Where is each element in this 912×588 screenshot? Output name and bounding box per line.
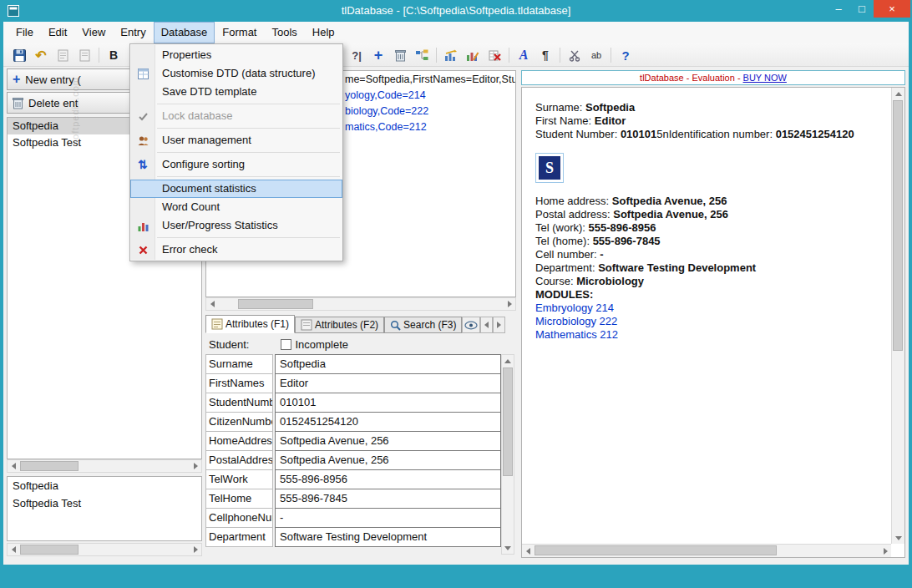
- menu-format[interactable]: Format: [215, 22, 264, 43]
- menu-file[interactable]: File: [8, 22, 41, 43]
- attribute-row: Department Software Testing Development: [205, 527, 501, 547]
- menu-item-customise-dtd[interactable]: Customise DTD (data structure): [130, 64, 342, 83]
- scroll-right-arrow[interactable]: [504, 298, 515, 310]
- scrollbar-thumb[interactable]: [535, 545, 777, 555]
- attribute-row: HomeAddress Softpedia Avenue, 256: [205, 431, 501, 451]
- menu-item-word-count[interactable]: Word Count: [130, 198, 342, 216]
- form-icon: [211, 318, 223, 330]
- formatting-marks-button[interactable]: ¶: [535, 45, 556, 65]
- menu-item-properties[interactable]: Properties: [130, 46, 342, 64]
- menu-help[interactable]: Help: [305, 22, 342, 43]
- attr-value-input[interactable]: Softpedia: [275, 354, 501, 374]
- close-button[interactable]: ×: [874, 0, 910, 18]
- scroll-down-arrow[interactable]: [502, 542, 514, 554]
- undo-button[interactable]: ↶: [30, 45, 52, 65]
- menu-edit[interactable]: Edit: [41, 22, 74, 43]
- buy-now-link[interactable]: BUY NOW: [743, 73, 787, 83]
- tab-attributes-f1[interactable]: Attributes (F1): [205, 315, 295, 333]
- attribute-tabs: Attributes (F1) Attributes (F2) Search (…: [205, 315, 518, 333]
- menu-entry[interactable]: Entry: [113, 22, 153, 43]
- attr-value-input[interactable]: Softpedia Avenue, 256: [275, 450, 501, 470]
- scrollbar-thumb[interactable]: [238, 299, 313, 309]
- attr-value-input[interactable]: Softpedia Avenue, 256: [275, 431, 501, 451]
- incomplete-checkbox[interactable]: [281, 339, 291, 350]
- statistics-button[interactable]: [440, 45, 462, 65]
- module-link[interactable]: Mathematics 212: [535, 328, 888, 342]
- menu-item-error-check[interactable]: Error check: [130, 241, 342, 259]
- maximize-button[interactable]: □: [850, 0, 874, 18]
- attr-value-input[interactable]: 0152451254120: [275, 412, 501, 432]
- menu-item-user-progress-statistics[interactable]: User/Progress Statistics: [130, 216, 342, 235]
- scroll-up-arrow[interactable]: [502, 355, 514, 367]
- attr-value-input[interactable]: 555-896-7845: [275, 489, 501, 509]
- delete-entry-button[interactable]: [389, 45, 411, 65]
- scroll-left-arrow[interactable]: [206, 298, 218, 310]
- scroll-left-arrow[interactable]: [8, 460, 19, 472]
- chart-up-icon: [444, 49, 458, 62]
- module-link[interactable]: Microbiology 222: [535, 315, 888, 328]
- tab-search-f3[interactable]: Search (F3): [384, 317, 462, 333]
- cut-button[interactable]: [564, 45, 585, 65]
- menu-separator: [157, 152, 340, 153]
- help-button[interactable]: ?: [615, 45, 636, 65]
- font-button[interactable]: A: [513, 45, 535, 65]
- spellcheck-button[interactable]: ab: [585, 45, 607, 65]
- menu-item-lock-database[interactable]: Lock database: [130, 107, 342, 125]
- menu-item-user-management[interactable]: User management: [130, 131, 342, 150]
- document-icon: [79, 49, 90, 62]
- help-icon: ?: [621, 48, 629, 63]
- attr-field-name: FirstNames: [205, 373, 273, 393]
- save-button[interactable]: [8, 45, 30, 65]
- scroll-right-arrow[interactable]: [190, 460, 201, 472]
- scrollbar-thumb[interactable]: [893, 100, 903, 351]
- scroll-right-arrow[interactable]: [190, 544, 201, 555]
- menu-database[interactable]: Database: [154, 22, 215, 43]
- bold-button[interactable]: B: [103, 45, 124, 65]
- attr-value-input[interactable]: Software Testing Development: [275, 527, 501, 547]
- tab-scroll-right-button[interactable]: [493, 317, 505, 333]
- tab-attributes-f2[interactable]: Attributes (F2): [295, 317, 384, 333]
- font-icon: A: [519, 48, 529, 63]
- evaluation-text: tlDatabase - Evaluation -: [640, 73, 740, 83]
- attr-value-input[interactable]: -: [275, 508, 501, 528]
- disabled-tool-button-2[interactable]: [73, 45, 95, 65]
- entry-list-hscrollbar: [7, 459, 202, 473]
- menu-item-configure-sorting[interactable]: ⇅ Configure sorting: [130, 155, 342, 174]
- tree-view-button[interactable]: [411, 45, 433, 65]
- menu-item-document-statistics[interactable]: Document statistics: [130, 180, 342, 198]
- menu-tools[interactable]: Tools: [264, 22, 304, 43]
- attr-value-input[interactable]: 010101: [275, 393, 501, 413]
- record-type-label: Student:: [209, 338, 249, 351]
- menu-item-label: Customise DTD (data structure): [162, 67, 316, 79]
- attribute-row: StudentNumber 010101: [205, 393, 501, 413]
- module-link[interactable]: Embryology 214: [535, 302, 888, 315]
- attr-value-input[interactable]: 555-896-8956: [275, 469, 501, 489]
- progress-statistics-button[interactable]: [462, 45, 484, 65]
- attribute-row: TelWork 555-896-8956: [205, 469, 501, 489]
- scroll-right-arrow[interactable]: [879, 545, 891, 557]
- scroll-left-arrow[interactable]: [8, 544, 19, 555]
- scrollbar-thumb[interactable]: [20, 461, 79, 471]
- scroll-down-arrow[interactable]: [893, 532, 904, 544]
- scrollbar-thumb[interactable]: [20, 545, 79, 555]
- menu-item-save-dtd-template[interactable]: Save DTD template: [130, 83, 342, 101]
- entry-list-item[interactable]: Softpedia: [8, 477, 201, 494]
- preview-toggle-button[interactable]: [462, 317, 480, 333]
- error-check-button[interactable]: [484, 45, 505, 65]
- menu-item-label: Error check: [162, 243, 217, 256]
- scroll-up-arrow[interactable]: [893, 88, 904, 99]
- attribute-row: FirstNames Editor: [205, 373, 501, 393]
- tab-scroll-left-button[interactable]: [480, 317, 493, 333]
- entry-list-item[interactable]: Softpedia Test: [8, 494, 201, 512]
- menu-view[interactable]: View: [74, 22, 113, 43]
- attribute-row: PostalAddress Softpedia Avenue, 256: [205, 450, 501, 470]
- disabled-tool-button-1[interactable]: [52, 45, 73, 65]
- scroll-left-arrow[interactable]: [522, 545, 534, 557]
- title-bar: tlDatabase - [C:\Softpedia\Softpedia.tld…: [0, 0, 912, 22]
- window-border-bottom: [0, 565, 912, 588]
- attr-value-input[interactable]: Editor: [275, 373, 501, 393]
- add-entry-button[interactable]: +: [367, 45, 389, 65]
- scrollbar-thumb[interactable]: [503, 368, 513, 476]
- find-entry-button[interactable]: ?|: [346, 45, 367, 65]
- minimize-button[interactable]: –: [827, 0, 850, 18]
